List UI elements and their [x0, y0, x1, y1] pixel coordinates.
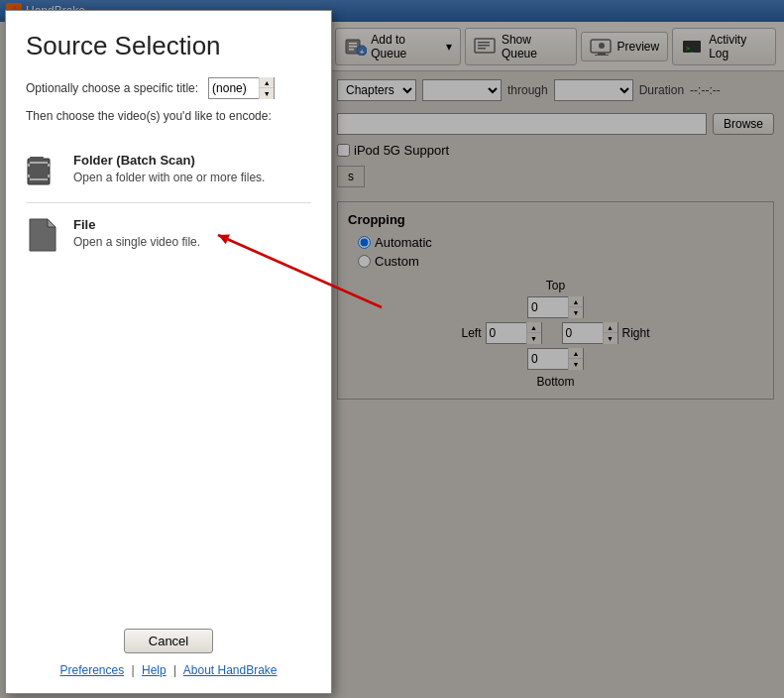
- file-option[interactable]: File Open a single video file.: [26, 207, 311, 263]
- source-selection-dialog: Source Selection Optionally choose a spe…: [5, 10, 332, 694]
- dialog-title: Source Selection: [26, 31, 311, 61]
- encode-label: Then choose the video(s) you'd like to e…: [26, 109, 311, 123]
- svg-rect-17: [30, 157, 44, 162]
- separator-2: |: [173, 663, 176, 677]
- about-link[interactable]: About HandBrake: [183, 663, 278, 677]
- svg-rect-20: [28, 164, 30, 167]
- svg-rect-18: [30, 162, 48, 164]
- svg-rect-22: [48, 164, 50, 167]
- folder-icon: [26, 153, 61, 188]
- svg-rect-19: [30, 178, 48, 180]
- title-select-input[interactable]: [209, 78, 259, 98]
- file-option-name: File: [73, 217, 200, 232]
- file-icon: [26, 217, 61, 253]
- svg-rect-23: [48, 174, 50, 177]
- title-decrement-btn[interactable]: ▼: [260, 88, 274, 99]
- help-link[interactable]: Help: [142, 663, 167, 677]
- footer-links: Preferences | Help | About HandBrake: [59, 663, 277, 677]
- folder-option-text: Folder (Batch Scan) Open a folder with o…: [73, 153, 265, 184]
- title-selection-row: Optionally choose a specific title: ▲ ▼: [26, 77, 311, 99]
- separator-1: |: [132, 663, 135, 677]
- folder-option-description: Open a folder with one or more files.: [73, 171, 265, 184]
- title-select-wrap: ▲ ▼: [208, 77, 275, 99]
- svg-marker-25: [48, 219, 56, 227]
- title-select-label: Optionally choose a specific title:: [26, 81, 198, 95]
- dialog-spacer: [26, 263, 311, 629]
- file-option-text: File Open a single video file.: [73, 217, 200, 249]
- folder-option[interactable]: Folder (Batch Scan) Open a folder with o…: [26, 143, 311, 198]
- cancel-button[interactable]: Cancel: [124, 629, 213, 653]
- title-spinners: ▲ ▼: [259, 77, 274, 99]
- file-option-description: Open a single video file.: [73, 235, 200, 249]
- dialog-footer: Cancel Preferences | Help | About HandBr…: [26, 629, 311, 677]
- folder-option-name: Folder (Batch Scan): [73, 153, 265, 168]
- svg-rect-21: [28, 174, 30, 177]
- divider: [26, 202, 311, 203]
- preferences-link[interactable]: Preferences: [59, 663, 124, 677]
- title-increment-btn[interactable]: ▲: [260, 77, 274, 88]
